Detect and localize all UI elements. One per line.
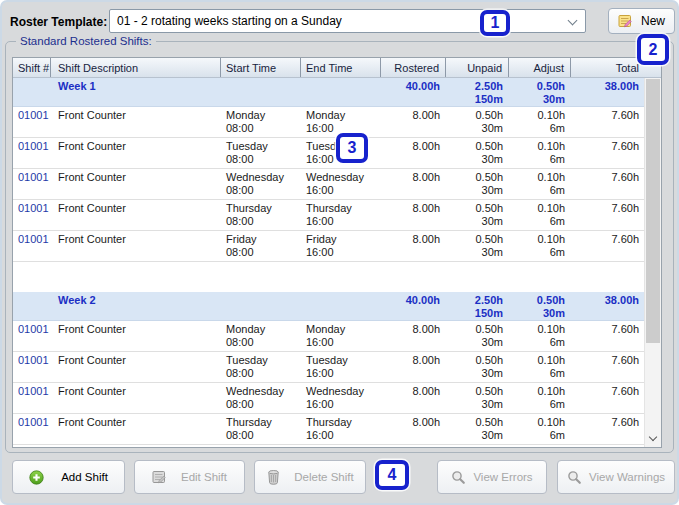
unpaid-minutes: 30m	[446, 429, 503, 442]
start-day: Thursday	[226, 202, 301, 215]
shift-description-cell: Front Counter	[51, 352, 221, 382]
end-time: 16:00	[306, 367, 381, 380]
adjust-minutes: 6m	[509, 429, 565, 442]
week-adjust-minutes: 30m	[509, 93, 565, 106]
total-cell: 7.60h	[571, 107, 645, 137]
end-time: 16:00	[306, 184, 381, 197]
start-time: 08:00	[226, 398, 301, 411]
shift-row[interactable]: 01001 Front Counter Tuesday08:00 Tuesday…	[13, 352, 645, 383]
rostered-cell: 8.00h	[381, 352, 446, 382]
total-cell: 7.60h	[571, 138, 645, 168]
shift-description-cell: Front Counter	[51, 169, 221, 199]
new-template-button[interactable]: New	[608, 8, 675, 34]
add-plus-icon	[29, 470, 44, 485]
week-adjust-minutes: 30m	[509, 307, 565, 320]
total-cell: 7.60h	[571, 169, 645, 199]
end-day: Wednesday	[306, 385, 381, 398]
shifts-table: Shift # Shift Description Start Time End…	[12, 57, 662, 448]
column-header-adjust: Adjust	[509, 58, 571, 77]
column-header-total: Total	[571, 58, 645, 77]
rostered-cell: 8.00h	[381, 383, 446, 413]
total-cell: 7.60h	[571, 200, 645, 230]
start-time: 08:00	[226, 122, 301, 135]
total-cell: 7.60h	[571, 414, 645, 444]
adjust-hours: 0.10h	[509, 171, 565, 184]
chevron-down-icon	[568, 16, 578, 26]
shift-row[interactable]: 01001 Front Counter Thursday08:00 Thursd…	[13, 200, 645, 231]
view-errors-button[interactable]: View Errors	[437, 460, 547, 494]
shift-number-cell: 01001	[13, 414, 51, 444]
shift-number-cell: 01001	[13, 169, 51, 199]
unpaid-minutes: 30m	[446, 153, 503, 166]
column-header-shift-number: Shift #	[13, 58, 51, 77]
unpaid-hours: 0.50h	[446, 202, 503, 215]
adjust-hours: 0.10h	[509, 354, 565, 367]
start-time: 08:00	[226, 215, 301, 228]
total-cell: 7.60h	[571, 321, 645, 351]
view-warnings-button[interactable]: View Warnings	[557, 460, 675, 494]
rostered-cell: 8.00h	[381, 107, 446, 137]
unpaid-hours: 0.50h	[446, 416, 503, 429]
adjust-minutes: 6m	[509, 215, 565, 228]
adjust-minutes: 6m	[509, 246, 565, 259]
week-rostered-total: 40.00h	[381, 294, 440, 307]
new-button-label: New	[641, 14, 665, 28]
roster-template-selected-value: 01 - 2 rotating weeks starting on a Sund…	[117, 14, 342, 28]
vertical-scrollbar[interactable]	[644, 78, 661, 447]
scrollbar-down-arrow-icon[interactable]	[649, 433, 657, 441]
unpaid-minutes: 30m	[446, 367, 503, 380]
unpaid-hours: 0.50h	[446, 233, 503, 246]
shift-number-cell: 01001	[13, 383, 51, 413]
add-shift-button[interactable]: Add Shift	[12, 460, 125, 494]
shift-row[interactable]: 01001 Front Counter Friday08:00 Friday16…	[13, 231, 645, 262]
week-spacer	[13, 262, 645, 292]
start-time: 08:00	[226, 429, 301, 442]
shift-row[interactable]: 01001 Front Counter Thursday08:00 Thursd…	[13, 414, 645, 445]
start-day: Friday	[226, 233, 301, 246]
week-rostered-total: 40.00h	[381, 80, 440, 93]
rostered-cell: 8.00h	[381, 200, 446, 230]
delete-trash-icon	[266, 469, 281, 485]
shift-row[interactable]: 01001 Front Counter Wednesday08:00 Wedne…	[13, 383, 645, 414]
shift-number-cell: 01001	[13, 321, 51, 351]
roster-template-dropdown[interactable]: 01 - 2 rotating weeks starting on a Sund…	[109, 9, 586, 33]
start-day: Thursday	[226, 416, 301, 429]
shift-number-cell: 01001	[13, 231, 51, 261]
callout-4: 4	[375, 460, 409, 490]
adjust-minutes: 6m	[509, 367, 565, 380]
column-header-start-time: Start Time	[221, 58, 301, 77]
shift-number-cell: 01001	[13, 200, 51, 230]
unpaid-minutes: 30m	[446, 215, 503, 228]
shift-description-cell: Front Counter	[51, 231, 221, 261]
end-day: Thursday	[306, 202, 381, 215]
adjust-hours: 0.10h	[509, 109, 565, 122]
start-time: 08:00	[226, 153, 301, 166]
shift-description-cell: Front Counter	[51, 321, 221, 351]
shift-description-cell: Front Counter	[51, 383, 221, 413]
adjust-minutes: 6m	[509, 336, 565, 349]
start-time: 08:00	[226, 336, 301, 349]
adjust-minutes: 6m	[509, 122, 565, 135]
unpaid-minutes: 30m	[446, 336, 503, 349]
delete-shift-button[interactable]: Delete Shift	[254, 460, 366, 494]
start-time: 08:00	[226, 367, 301, 380]
new-note-icon	[618, 13, 634, 29]
end-time: 16:00	[306, 215, 381, 228]
column-header-rostered: Rostered	[381, 58, 446, 77]
start-day: Wednesday	[226, 171, 301, 184]
shift-row[interactable]: 01001 Front Counter Wednesday08:00 Wedne…	[13, 169, 645, 200]
shift-row[interactable]: 01001 Front Counter Monday08:00 Monday16…	[13, 107, 645, 138]
rostered-cell: 8.00h	[381, 414, 446, 444]
search-warnings-icon	[567, 470, 582, 485]
scrollbar-thumb[interactable]	[646, 79, 660, 343]
shift-row[interactable]: 01001 Front Counter Monday08:00 Monday16…	[13, 321, 645, 352]
week-adjust-hours: 0.50h	[509, 80, 565, 93]
groupbox-title: Standard Rostered Shifts:	[16, 35, 156, 47]
unpaid-hours: 0.50h	[446, 354, 503, 367]
shift-number-cell: 01001	[13, 107, 51, 137]
shift-row[interactable]: 01001 Front Counter Tuesday08:00 Tuesday…	[13, 138, 645, 169]
adjust-hours: 0.10h	[509, 233, 565, 246]
edit-shift-button[interactable]: Edit Shift	[134, 460, 245, 494]
table-header-row: Shift # Shift Description Start Time End…	[13, 58, 661, 78]
total-cell: 7.60h	[571, 231, 645, 261]
